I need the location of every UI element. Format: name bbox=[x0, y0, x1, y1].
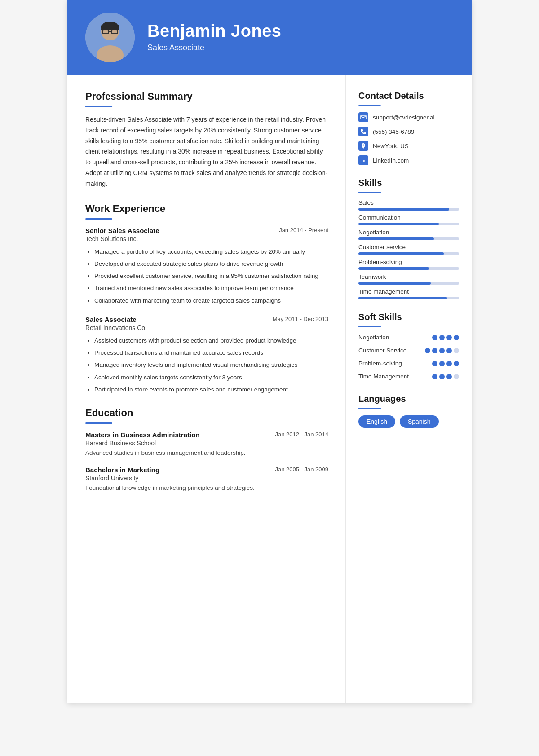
soft-skills-container: NegotiationCustomer ServiceProblem-solvi… bbox=[358, 334, 459, 381]
dot bbox=[454, 374, 459, 379]
summary-title: Professional Summary bbox=[85, 91, 328, 102]
skill-item: Teamwork bbox=[358, 273, 459, 285]
job-title: Sales Associate bbox=[85, 316, 137, 323]
soft-dots bbox=[432, 374, 459, 379]
contact-container: support@cvdesigner.ai(555) 345-6789NewYo… bbox=[358, 112, 459, 165]
skill-bar-fill bbox=[358, 237, 434, 240]
job-bullets: Managed a portfolio of key accounts, exc… bbox=[85, 247, 328, 306]
summary-underline bbox=[85, 106, 112, 107]
skill-item: Sales bbox=[358, 199, 459, 211]
skill-bar-fill bbox=[358, 297, 447, 299]
contact-text: (555) 345-6789 bbox=[373, 128, 414, 135]
header-name: Benjamin Jones bbox=[147, 22, 281, 41]
contact-item: (555) 345-6789 bbox=[358, 127, 459, 136]
skill-bar-fill bbox=[358, 223, 439, 225]
skill-bar-bg bbox=[358, 208, 459, 211]
soft-skill-name: Negotiation bbox=[358, 334, 389, 342]
soft-skill-name: Problem-solving bbox=[358, 360, 402, 368]
job-company: Tech Solutions Inc. bbox=[85, 235, 328, 242]
edu-dates: Jan 2012 - Jan 2014 bbox=[275, 431, 328, 438]
list-item: Assisted customers with product selectio… bbox=[94, 336, 328, 346]
main-column: Professional Summary Results-driven Sale… bbox=[67, 75, 346, 703]
skill-bar-bg bbox=[358, 282, 459, 285]
soft-skill-item: Customer Service bbox=[358, 347, 459, 355]
skill-bar-fill bbox=[358, 282, 431, 285]
dot bbox=[439, 335, 445, 340]
edu-degree: Bachelors in Marketing bbox=[85, 466, 159, 474]
languages-underline bbox=[358, 408, 381, 409]
contact-item: inLinkedIn.com bbox=[358, 155, 459, 165]
list-item: Trained and mentored new sales associate… bbox=[94, 283, 328, 293]
skill-name: Customer service bbox=[358, 244, 459, 251]
skill-bar-fill bbox=[358, 267, 429, 270]
skill-item: Time management bbox=[358, 288, 459, 299]
edu-container: Masters in Business AdministrationJan 20… bbox=[85, 431, 328, 493]
dot bbox=[454, 348, 459, 353]
work-underline bbox=[85, 218, 112, 220]
languages-section: Languages EnglishSpanish bbox=[358, 394, 459, 428]
dot bbox=[446, 374, 452, 379]
contact-text: support@cvdesigner.ai bbox=[373, 114, 435, 121]
dot bbox=[432, 361, 437, 366]
dot bbox=[446, 361, 452, 366]
list-item: Provided excellent customer service, res… bbox=[94, 271, 328, 281]
contact-text: LinkedIn.com bbox=[373, 157, 409, 164]
soft-skill-name: Time Management bbox=[358, 373, 409, 381]
language-badge: Spanish bbox=[400, 415, 439, 428]
list-item: Processed transactions and maintained ac… bbox=[94, 348, 328, 358]
body: Professional Summary Results-driven Sale… bbox=[67, 75, 472, 703]
work-section: Work Experience Senior Sales AssociateJa… bbox=[85, 203, 328, 395]
edu-desc: Foundational knowledge in marketing prin… bbox=[85, 483, 328, 493]
education-section: Education Masters in Business Administra… bbox=[85, 407, 328, 493]
skills-title: Skills bbox=[358, 178, 459, 188]
dot bbox=[446, 348, 452, 353]
list-item: Developed and executed strategic sales p… bbox=[94, 259, 328, 269]
edu-dates: Jan 2005 - Jan 2009 bbox=[275, 466, 328, 473]
summary-text: Results-driven Sales Associate with 7 ye… bbox=[85, 114, 328, 189]
education-underline bbox=[85, 422, 112, 424]
edu-block: Bachelors in MarketingJan 2005 - Jan 200… bbox=[85, 466, 328, 493]
job-dates: Jan 2014 - Present bbox=[279, 227, 328, 233]
job-company: Retail Innovations Co. bbox=[85, 324, 328, 331]
list-item: Achieved monthly sales targets consisten… bbox=[94, 373, 328, 382]
email-icon bbox=[358, 112, 368, 122]
edu-desc: Advanced studies in business management … bbox=[85, 448, 328, 458]
dot bbox=[454, 361, 459, 366]
skills-container: SalesCommunicationNegotiationCustomer se… bbox=[358, 199, 459, 299]
dot bbox=[439, 348, 445, 353]
edu-degree: Masters in Business Administration bbox=[85, 431, 200, 439]
contact-item: NewYork, US bbox=[358, 141, 459, 151]
soft-skills-title: Soft Skills bbox=[358, 312, 459, 322]
skill-bar-bg bbox=[358, 252, 459, 255]
sidebar-column: Contact Details support@cvdesigner.ai(55… bbox=[346, 75, 472, 703]
skill-name: Problem-solving bbox=[358, 259, 459, 265]
contact-underline bbox=[358, 105, 381, 106]
skill-bar-fill bbox=[358, 252, 444, 255]
svg-point-7 bbox=[363, 145, 364, 146]
skill-name: Teamwork bbox=[358, 273, 459, 280]
list-item: Managed a portfolio of key accounts, exc… bbox=[94, 247, 328, 257]
dot bbox=[432, 348, 437, 353]
edu-school: Harvard Business School bbox=[85, 440, 328, 447]
svg-rect-6 bbox=[361, 115, 366, 119]
skills-section: Skills SalesCommunicationNegotiationCust… bbox=[358, 178, 459, 299]
edu-block: Masters in Business AdministrationJan 20… bbox=[85, 431, 328, 458]
list-item: Collaborated with marketing team to crea… bbox=[94, 296, 328, 306]
soft-dots bbox=[432, 361, 459, 366]
skill-item: Customer service bbox=[358, 244, 459, 255]
edu-school: Stanford University bbox=[85, 475, 328, 482]
skill-name: Negotiation bbox=[358, 229, 459, 236]
contact-text: NewYork, US bbox=[373, 143, 409, 149]
dot bbox=[425, 348, 430, 353]
languages-container: EnglishSpanish bbox=[358, 415, 459, 428]
skill-item: Communication bbox=[358, 214, 459, 225]
education-title: Education bbox=[85, 407, 328, 419]
jobs-container: Senior Sales AssociateJan 2014 - Present… bbox=[85, 227, 328, 395]
work-title: Work Experience bbox=[85, 203, 328, 215]
skill-bar-bg bbox=[358, 297, 459, 299]
soft-skill-item: Time Management bbox=[358, 373, 459, 381]
dot bbox=[439, 361, 445, 366]
location-icon bbox=[358, 141, 368, 151]
job-title: Senior Sales Associate bbox=[85, 227, 159, 234]
contact-section: Contact Details support@cvdesigner.ai(55… bbox=[358, 91, 459, 165]
